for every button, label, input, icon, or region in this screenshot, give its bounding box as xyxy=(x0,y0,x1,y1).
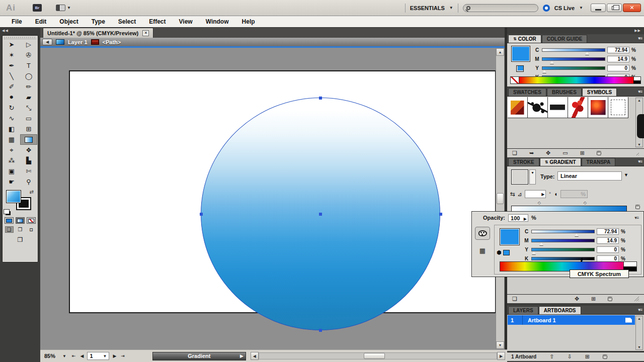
rotate-tool[interactable]: ↻ xyxy=(3,103,20,113)
color-spectrum-bar[interactable] xyxy=(510,76,641,84)
scroll-down-icon[interactable]: ▼ xyxy=(636,143,642,146)
minimize-button[interactable] xyxy=(591,4,606,12)
draw-normal-button[interactable]: ❑ xyxy=(5,226,14,233)
restore-button[interactable] xyxy=(607,4,622,12)
y-slider-thumb[interactable] xyxy=(542,70,546,73)
none-button[interactable] xyxy=(27,217,36,224)
m-slider-thumb[interactable] xyxy=(539,242,543,245)
color-button[interactable] xyxy=(5,217,14,224)
m-slider[interactable] xyxy=(542,57,605,61)
artboard-row[interactable]: 1 Artboard 1 xyxy=(508,315,635,325)
y-slider-thumb[interactable] xyxy=(532,251,536,254)
y-slider[interactable] xyxy=(531,248,595,251)
cs-live-button[interactable]: CS Live xyxy=(554,5,575,11)
anchor-top[interactable] xyxy=(319,97,322,100)
artboards-scrollbar[interactable]: ▲ ▼ xyxy=(635,316,643,350)
blend-tool[interactable]: ❖ xyxy=(20,145,37,155)
artboard-tool[interactable]: ▣ xyxy=(3,166,20,176)
graph-tool[interactable]: ▙ xyxy=(20,155,37,166)
m-value-field[interactable]: 14.9 xyxy=(597,237,619,244)
bridge-icon[interactable]: Br xyxy=(33,4,42,12)
layers-tab-layers[interactable]: LAYERS xyxy=(508,306,538,314)
dock-edge-grip[interactable] xyxy=(637,114,644,138)
gradient-tool[interactable] xyxy=(20,134,37,145)
y-value-field[interactable]: 0 xyxy=(607,65,629,71)
current-tool-display[interactable]: Gradient ▶ xyxy=(152,352,246,360)
m-value-field[interactable]: 14.9 xyxy=(607,56,629,62)
menu-view[interactable]: View xyxy=(173,18,199,25)
color-tab-color-guide[interactable]: COLOR GUIDE xyxy=(542,35,588,43)
spinner-icon[interactable]: ▶ xyxy=(541,192,544,197)
breadcrumb-path[interactable]: <Path> xyxy=(103,39,121,45)
default-fill-stroke-icon[interactable] xyxy=(4,209,10,214)
swatch-tab-symbols[interactable]: SYMBOLS xyxy=(582,88,617,96)
current-color-swatch[interactable] xyxy=(511,46,530,62)
color-tab-color[interactable]: ⇅COLOR xyxy=(508,35,541,43)
gradient-tab-stroke[interactable]: STROKE xyxy=(508,158,539,166)
vertical-scroll-thumb[interactable] xyxy=(497,193,504,204)
c-slider-thumb[interactable] xyxy=(575,233,579,236)
symbol-grunge[interactable] xyxy=(548,97,568,118)
scroll-down-icon[interactable]: ▼ xyxy=(636,345,642,349)
spinner-icon[interactable]: ▶ xyxy=(524,216,527,223)
new-artboard-icon[interactable]: ⊞ xyxy=(585,353,590,360)
y-value-field[interactable]: 0 xyxy=(597,246,619,253)
current-color-swatch[interactable] xyxy=(500,228,520,245)
slice-tool[interactable]: ✄ xyxy=(20,166,37,176)
move-down-icon[interactable]: ⇩ xyxy=(567,353,572,360)
c-value-field[interactable]: 72.94 xyxy=(597,228,619,235)
collapse-dock-icon[interactable]: ▶▶ xyxy=(634,29,641,33)
pencil-tool[interactable]: ✏ xyxy=(20,81,37,92)
c-slider-thumb[interactable] xyxy=(585,52,589,55)
chevron-down-icon[interactable]: ▼ xyxy=(624,172,628,177)
fill-proxy-icon[interactable] xyxy=(516,65,524,72)
artboard[interactable] xyxy=(69,70,496,313)
gamut-color-chip[interactable] xyxy=(503,250,510,255)
swatches-grid-button[interactable]: ▦ xyxy=(475,244,490,257)
scroll-left-icon[interactable]: ◀ xyxy=(251,352,259,360)
scroll-down-icon[interactable]: ▼ xyxy=(496,341,504,349)
anchor-left[interactable] xyxy=(200,213,203,216)
gamut-cube-icon[interactable]: ⬢ xyxy=(497,249,502,256)
draw-behind-button[interactable]: ❒ xyxy=(16,226,25,233)
lasso-tool[interactable]: ✇ xyxy=(20,50,37,60)
scroll-up-icon[interactable]: ▲ xyxy=(636,99,642,102)
last-artboard-button[interactable]: ⇥ xyxy=(120,353,126,358)
symbol-frame[interactable] xyxy=(608,97,628,118)
pen-tool[interactable]: ✒ xyxy=(3,60,20,71)
vertical-scrollbar[interactable]: ▲ ▼ xyxy=(496,48,505,349)
close-tab-icon[interactable]: ✕ xyxy=(142,30,149,36)
next-artboard-button[interactable]: ▶ xyxy=(112,353,117,358)
new-symbol-icon[interactable]: ⊞ xyxy=(580,150,585,156)
close-button[interactable]: ✕ xyxy=(623,4,641,12)
document-tab[interactable]: Untitled-1* @ 85% (CMYK/Preview) ✕ xyxy=(43,28,153,38)
scroll-up-icon[interactable]: ▲ xyxy=(496,48,504,56)
menu-effect[interactable]: Effect xyxy=(142,18,172,25)
swap-fill-stroke-icon[interactable]: ⇄ xyxy=(30,189,34,195)
artboard-name[interactable]: Artboard 1 xyxy=(523,317,625,323)
none-color-chip[interactable] xyxy=(511,77,519,83)
gradient-angle-input[interactable]: ▶ xyxy=(525,190,546,198)
c-slider[interactable] xyxy=(542,48,605,52)
gradient-panel-menu-icon[interactable]: ▾≡ xyxy=(638,159,642,164)
magic-wand-tool[interactable]: ✶ xyxy=(3,50,20,60)
resize-grip-icon[interactable] xyxy=(634,297,639,301)
free-transform-tool[interactable]: ▭ xyxy=(20,113,37,124)
mesh-tool[interactable]: ▦ xyxy=(3,134,20,145)
symbol-sprayer-tool[interactable]: ⁂ xyxy=(3,155,20,166)
aspect-ratio-input[interactable]: % xyxy=(560,190,588,198)
move-up-icon[interactable]: ⇧ xyxy=(549,353,554,360)
gradient-tab-transpa[interactable]: TRANSPA xyxy=(582,158,616,166)
draw-inside-button[interactable]: ◘ xyxy=(27,226,36,233)
new-item-icon[interactable]: ⊞ xyxy=(591,296,596,302)
screen-mode-button[interactable]: ❐ xyxy=(13,236,28,244)
gradient-midpoint-icon[interactable]: ◇ xyxy=(538,201,541,205)
blob-brush-tool[interactable]: ⚫ xyxy=(3,92,20,103)
selection-tool[interactable]: ➤ xyxy=(3,39,20,50)
eyedropper-tool[interactable]: ⌖ xyxy=(3,145,20,155)
anchor-bottom[interactable] xyxy=(319,329,322,332)
artboard-number-select[interactable]: 1 ▼ xyxy=(87,352,109,360)
c-value-field[interactable]: 72.94 xyxy=(607,47,629,53)
delete-symbol-icon[interactable] xyxy=(596,151,601,156)
zoom-level-select[interactable]: 85% ▼ xyxy=(42,353,68,359)
